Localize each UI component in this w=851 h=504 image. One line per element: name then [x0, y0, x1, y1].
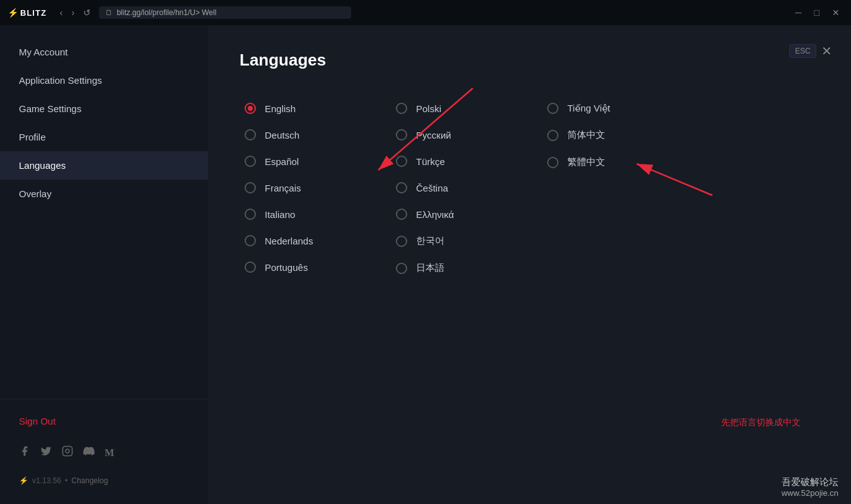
facebook-icon[interactable] — [19, 445, 30, 460]
radio-simplified-chinese — [547, 130, 559, 141]
back-button[interactable]: ‹ — [57, 6, 66, 19]
svg-rect-0 — [63, 447, 72, 456]
sidebar-nav: My Account Application Settings Game Set… — [0, 38, 208, 391]
radio-vietnamese — [547, 103, 559, 114]
radio-deutsch — [245, 129, 256, 140]
language-option-english[interactable]: English — [240, 95, 378, 122]
language-label-turkish: Türkçe — [416, 156, 445, 167]
close-area: ESC ✕ — [789, 44, 832, 58]
radio-nederlands — [245, 235, 256, 246]
app-logo: ⚡ BLITZ — [8, 8, 47, 18]
language-label-espanol: Español — [265, 156, 299, 167]
language-option-japanese[interactable]: 日本語 — [391, 255, 530, 282]
medium-icon[interactable]: M — [105, 447, 114, 459]
radio-turkish — [396, 156, 407, 167]
radio-francais — [245, 182, 256, 193]
window-close-button[interactable]: ✕ — [828, 6, 843, 19]
languages-grid: EnglishDeutschEspañolFrançaisItalianoNed… — [240, 95, 681, 282]
social-links: M — [0, 435, 208, 470]
radio-czech — [396, 182, 407, 193]
maximize-button[interactable]: □ — [811, 6, 823, 19]
sidebar-item-application-settings[interactable]: Application Settings — [0, 66, 208, 94]
language-option-greek[interactable]: Ελληνικά — [391, 201, 530, 227]
language-col2: PolskiРусскийTürkçeČeštinaΕλληνικά한국어日本語 — [391, 95, 530, 282]
language-option-portugues[interactable]: Português — [240, 254, 378, 280]
url-bar[interactable]: 🗋 blitz.gg/lol/profile/hn1/U> Well — [99, 6, 351, 19]
app-body: My Account Application Settings Game Set… — [0, 25, 851, 504]
bolt-icon: ⚡ — [19, 476, 28, 485]
window-controls: ─ □ ✕ — [792, 6, 843, 19]
language-label-english: English — [265, 103, 296, 114]
version-info: ⚡ v1.13.56 • Changelog — [0, 470, 208, 491]
language-option-turkish[interactable]: Türkçe — [391, 148, 530, 175]
close-button[interactable]: ✕ — [821, 45, 832, 57]
language-option-italiano[interactable]: Italiano — [240, 201, 378, 227]
radio-italiano — [245, 209, 256, 220]
page-title: Languages — [240, 50, 819, 70]
radio-russian — [396, 129, 407, 140]
language-label-japanese: 日本語 — [416, 262, 444, 274]
language-label-greek: Ελληνικά — [416, 209, 454, 220]
page-icon: 🗋 — [105, 8, 113, 17]
language-label-francais: Français — [265, 183, 301, 193]
sidebar-item-languages[interactable]: Languages — [0, 151, 208, 180]
language-label-polski: Polski — [416, 103, 441, 114]
radio-english — [245, 103, 256, 114]
radio-espanol — [245, 156, 256, 167]
language-label-nederlands: Nederlands — [265, 236, 313, 246]
url-text: blitz.gg/lol/profile/hn1/U> Well — [117, 8, 216, 17]
forward-button[interactable]: › — [69, 6, 78, 19]
radio-portugues — [245, 261, 256, 273]
language-option-vietnamese[interactable]: Tiếng Việt — [542, 95, 681, 122]
language-option-korean[interactable]: 한국어 — [391, 227, 530, 255]
radio-greek — [396, 209, 407, 220]
language-col1: EnglishDeutschEspañolFrançaisItalianoNed… — [240, 95, 378, 282]
radio-korean — [396, 236, 407, 247]
language-option-deutsch[interactable]: Deutsch — [240, 122, 378, 148]
refresh-button[interactable]: ↺ — [80, 6, 94, 19]
language-label-czech: Čeština — [416, 183, 448, 193]
language-col3: Tiếng Việt简体中文繁體中文 — [542, 95, 681, 282]
language-option-czech[interactable]: Čeština — [391, 175, 530, 201]
language-option-polski[interactable]: Polski — [391, 95, 530, 122]
minimize-button[interactable]: ─ — [792, 6, 806, 19]
language-label-korean: 한국어 — [416, 235, 444, 247]
language-label-deutsch: Deutsch — [265, 130, 299, 140]
discord-icon[interactable] — [83, 445, 95, 460]
twitter-icon[interactable] — [40, 445, 52, 460]
radio-traditional-chinese — [547, 157, 559, 168]
annotation-text: 先把语言切换成中文 — [721, 417, 801, 428]
esc-badge: ESC — [789, 44, 816, 58]
language-option-simplified-chinese[interactable]: 简体中文 — [542, 122, 681, 149]
language-option-nederlands[interactable]: Nederlands — [240, 227, 378, 254]
language-option-francais[interactable]: Français — [240, 175, 378, 201]
language-option-russian[interactable]: Русский — [391, 122, 530, 148]
sidebar: My Account Application Settings Game Set… — [0, 25, 208, 504]
language-label-russian: Русский — [416, 130, 451, 140]
main-content: Languages ESC ✕ EnglishDeutschEspañolFra… — [208, 25, 851, 504]
language-label-traditional-chinese: 繁體中文 — [567, 156, 605, 168]
language-label-vietnamese: Tiếng Việt — [567, 103, 610, 114]
changelog-link[interactable]: Changelog — [71, 476, 108, 485]
language-label-portugues: Português — [265, 262, 308, 273]
logo-bolt-icon: ⚡ — [8, 8, 18, 18]
radio-polski — [396, 103, 407, 114]
language-option-espanol[interactable]: Español — [240, 148, 378, 175]
sign-out-button[interactable]: Sign Out — [0, 407, 208, 435]
sidebar-item-profile[interactable]: Profile — [0, 123, 208, 151]
nav-controls: ‹ › ↺ — [57, 6, 94, 19]
radio-japanese — [396, 263, 407, 274]
sidebar-divider — [0, 399, 208, 399]
titlebar: ⚡ BLITZ ‹ › ↺ 🗋 blitz.gg/lol/profile/hn1… — [0, 0, 851, 25]
logo-text: BLITZ — [20, 8, 47, 18]
sidebar-item-overlay[interactable]: Overlay — [0, 180, 208, 208]
sidebar-item-my-account[interactable]: My Account — [0, 38, 208, 66]
language-option-traditional-chinese[interactable]: 繁體中文 — [542, 149, 681, 176]
sidebar-item-game-settings[interactable]: Game Settings — [0, 94, 208, 123]
language-label-simplified-chinese: 简体中文 — [567, 129, 605, 141]
language-label-italiano: Italiano — [265, 209, 295, 220]
instagram-icon[interactable] — [62, 445, 73, 460]
